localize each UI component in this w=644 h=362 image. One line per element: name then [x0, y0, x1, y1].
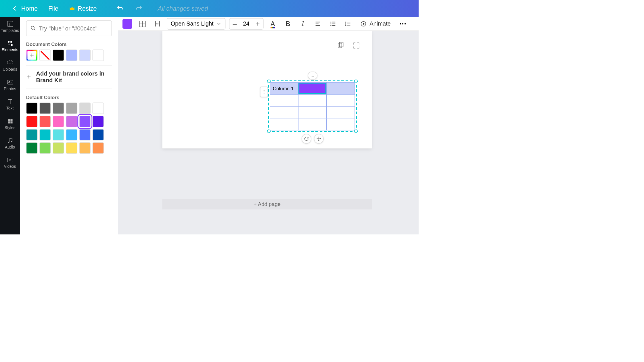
color-swatch[interactable]	[66, 142, 77, 154]
color-search[interactable]	[26, 20, 112, 36]
color-swatch[interactable]	[79, 103, 91, 114]
table-element[interactable]: ··· Column 1	[270, 82, 355, 130]
color-swatch[interactable]	[92, 49, 104, 61]
line-spacing-icon	[344, 20, 352, 27]
svg-point-18	[330, 23, 331, 24]
table-row	[270, 94, 355, 106]
add-page-button[interactable]: + Add page	[162, 199, 372, 209]
list-button[interactable]	[327, 18, 339, 29]
color-swatch[interactable]	[79, 129, 91, 140]
color-swatch[interactable]	[66, 116, 77, 127]
table[interactable]: Column 1	[270, 82, 355, 130]
save-status: All changes saved	[158, 5, 208, 12]
rotate-handle[interactable]	[301, 134, 311, 144]
text-color-button[interactable]: A	[267, 18, 279, 29]
file-menu[interactable]: File	[44, 2, 63, 15]
canvas-area[interactable]: ··· Column 1 + Add page	[118, 31, 419, 234]
table-row	[270, 118, 355, 130]
italic-button[interactable]: I	[297, 18, 308, 29]
svg-rect-10	[7, 121, 9, 123]
table-border-button[interactable]	[137, 18, 148, 29]
nav-uploads[interactable]: Uploads	[0, 56, 20, 75]
color-swatch[interactable]	[79, 49, 91, 61]
row-menu-button[interactable]	[260, 86, 268, 97]
font-select[interactable]: Open Sans Light	[167, 18, 225, 29]
spacing-button[interactable]	[342, 18, 354, 29]
color-swatch[interactable]	[79, 116, 91, 127]
nav-audio[interactable]: Audio	[0, 133, 20, 153]
table-header-cell[interactable]: Column 1	[270, 82, 298, 95]
color-swatch[interactable]	[53, 129, 64, 140]
no-color-swatch[interactable]	[39, 49, 51, 61]
svg-point-17	[330, 22, 331, 22]
svg-rect-29	[338, 43, 342, 48]
font-size-decrease[interactable]: –	[229, 20, 240, 28]
color-swatch[interactable]	[92, 142, 104, 154]
chevron-down-icon	[216, 21, 221, 26]
color-swatch[interactable]	[26, 103, 38, 114]
duplicate-page-icon[interactable]	[336, 42, 344, 50]
color-swatch[interactable]	[92, 116, 104, 127]
font-size-value[interactable]: 24	[240, 20, 252, 27]
floating-kebab[interactable]: ···	[308, 72, 317, 80]
svg-point-12	[8, 142, 9, 143]
color-swatch[interactable]	[66, 129, 77, 140]
redo-button[interactable]	[130, 2, 147, 15]
undo-button[interactable]	[112, 2, 129, 15]
add-color-swatch[interactable]	[26, 49, 38, 61]
color-swatch[interactable]	[39, 103, 51, 114]
app-header: Home File Resize All changes saved Table…	[0, 0, 419, 17]
color-swatch[interactable]	[53, 142, 64, 154]
svg-rect-11	[10, 121, 12, 123]
color-swatch[interactable]	[53, 116, 64, 127]
expand-page-icon[interactable]	[352, 42, 361, 50]
svg-rect-3	[7, 21, 12, 26]
search-icon	[30, 25, 37, 32]
svg-rect-8	[7, 119, 9, 121]
default-colors-label: Default Colors	[26, 95, 112, 100]
font-size-stepper: – 24 +	[229, 18, 263, 29]
design-page[interactable]: ··· Column 1	[162, 31, 372, 149]
color-search-input[interactable]	[39, 25, 108, 32]
svg-point-7	[8, 81, 9, 82]
svg-point-15	[31, 26, 34, 29]
brand-kit-row[interactable]: Add your brand colors in Brand Kit	[26, 66, 112, 88]
home-button[interactable]: Home	[6, 2, 42, 15]
color-swatch[interactable]	[66, 103, 77, 114]
resize-button[interactable]: Resize	[64, 2, 101, 15]
nav-text[interactable]: Text	[0, 95, 20, 114]
color-swatch[interactable]	[92, 103, 104, 114]
move-handle[interactable]	[314, 134, 323, 144]
svg-point-4	[7, 41, 9, 43]
table-header-cell-selected[interactable]	[298, 82, 326, 95]
fill-color-button[interactable]	[122, 18, 133, 29]
nav-elements[interactable]: Elements	[0, 36, 20, 56]
animate-button[interactable]: Animate	[357, 18, 393, 29]
nav-photos[interactable]: Photos	[0, 75, 20, 95]
bold-button[interactable]: B	[282, 18, 294, 29]
color-swatch[interactable]	[39, 142, 51, 154]
toolbar-more-button[interactable]	[397, 18, 408, 29]
color-swatch[interactable]	[26, 116, 38, 127]
plus-icon	[26, 73, 32, 80]
color-swatch[interactable]	[39, 116, 51, 127]
color-swatch[interactable]	[92, 129, 104, 140]
cell-spacing-button[interactable]	[152, 18, 163, 29]
color-swatch[interactable]	[26, 142, 38, 154]
color-swatch[interactable]	[79, 142, 91, 154]
nav-videos[interactable]: Videos	[0, 153, 20, 172]
color-swatch[interactable]	[66, 49, 77, 61]
align-button[interactable]	[312, 18, 324, 29]
font-size-increase[interactable]: +	[252, 20, 263, 28]
spacing-icon	[154, 20, 162, 28]
color-swatch[interactable]	[53, 103, 64, 114]
nav-styles[interactable]: Styles	[0, 114, 20, 134]
color-swatch[interactable]	[26, 129, 38, 140]
text-color-icon: A	[271, 20, 275, 27]
table-header-cell[interactable]	[327, 82, 355, 95]
animate-icon	[360, 20, 367, 27]
nav-templates[interactable]: Templates	[0, 17, 20, 36]
color-swatch[interactable]	[39, 129, 51, 140]
default-colors-row	[26, 103, 112, 154]
color-swatch[interactable]	[53, 49, 64, 61]
